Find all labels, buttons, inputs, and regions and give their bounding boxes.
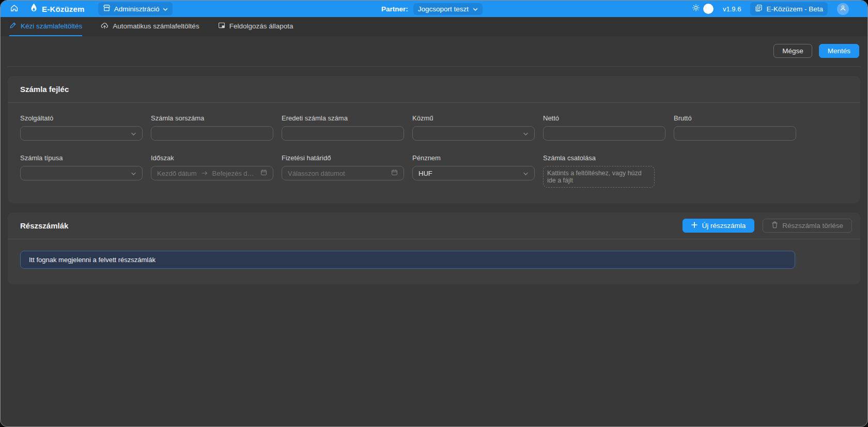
chevron-down-icon [163,5,168,13]
app-window: E-Közüzem Adminisztráció Partner: Jogcso… [0,0,868,427]
subinvoices-card: Részszámlák Új részszámla Részszámla tör… [8,212,860,284]
invoice-number-input[interactable] [157,130,267,138]
utility-label: Közmű [412,114,535,122]
period-end-placeholder: Befejezés dátu... [212,170,256,177]
provider-select[interactable] [20,126,143,141]
partner-dropdown[interactable]: Jogcsoport teszt [413,3,483,15]
documents-icon [755,4,763,13]
theme-toggle[interactable] [692,4,714,14]
app-header: E-Közüzem Adminisztráció Partner: Jogcso… [1,1,867,17]
original-invoice-number-field [282,126,404,141]
tab-label: Kézi számlafeltöltés [21,22,82,30]
gross-label: Bruttó [674,114,796,122]
utility-select[interactable] [412,126,535,141]
field-invoice-number: Számla sorszáma [151,114,273,141]
field-period: Időszak Kezdő dátum Befejezés dátu... [151,154,273,188]
calendar-icon [260,169,267,177]
field-original-invoice-number: Eredeti számla száma [282,114,404,141]
theme-toggle-knob[interactable] [703,4,714,14]
field-due-date: Fizetési határidő Válasszon dátumot [282,154,404,188]
net-input[interactable] [549,130,659,138]
form-actions: Mégse Mentés [8,36,860,67]
attachment-placeholder: Kattints a feltöltéshez, vagy húzd ide a… [547,170,650,184]
net-label: Nettó [543,114,665,122]
field-provider: Szolgáltató [20,114,143,141]
gross-field [674,126,796,141]
version-label: v1.9.6 [723,5,741,13]
environment-switcher[interactable]: E-Közüzem - Beta [750,2,828,16]
plus-icon [691,222,698,230]
invoice-type-select[interactable] [20,166,143,180]
add-subinvoice-label: Új részszámla [702,222,746,230]
invoice-header-card: Számla fejléc Szolgáltató Számla sorszám… [8,76,860,203]
invoice-header-card-title: Számla fejléc [8,76,860,103]
sun-icon [692,4,700,13]
invoice-header-form: Szolgáltató Számla sorszáma Ere [8,103,860,203]
invoice-number-label: Számla sorszáma [151,114,273,122]
attachment-dropzone[interactable]: Kattints a feltöltéshez, vagy húzd ide a… [543,166,655,188]
currency-label: Pénznem [412,154,535,162]
trash-icon [771,221,778,230]
delete-subinvoice-label: Részszámla törlése [782,222,843,230]
user-avatar[interactable] [837,3,849,15]
original-invoice-number-label: Eredeti számla száma [282,114,404,122]
field-net: Nettó [543,114,665,141]
net-field [543,126,665,141]
original-invoice-number-input[interactable] [288,130,398,138]
chevron-down-icon [131,130,136,138]
user-icon [840,4,846,13]
due-date-placeholder: Válasszon dátumot [288,170,345,177]
chevron-down-icon [473,5,478,13]
delete-subinvoice-button[interactable]: Részszámla törlése [763,219,852,233]
field-utility: Közmű [412,114,535,141]
subinvoices-body: Itt fognak megjelenni a felvett részszám… [8,239,860,284]
chevron-down-icon [131,170,136,177]
add-subinvoice-button[interactable]: Új részszámla [683,219,754,233]
save-button[interactable]: Mentés [819,44,859,58]
environment-label: E-Közüzem - Beta [766,5,823,13]
home-button[interactable] [8,3,20,15]
chevron-down-icon [523,130,529,138]
period-label: Időszak [151,154,273,162]
subinvoices-card-header: Részszámlák Új részszámla Részszámla tör… [8,212,860,239]
subinvoices-empty-alert: Itt fognak megjelenni a felvett részszám… [20,251,795,269]
tab-processing-status[interactable]: Feldolgozás állapota [218,17,293,36]
header-left: E-Közüzem Adminisztráció [8,2,173,16]
calendar-icon [391,169,398,177]
home-icon [10,4,19,14]
currency-select-value: HUF [419,170,432,177]
subinvoices-actions: Új részszámla Részszámla törlése [683,219,852,233]
pen-icon [9,22,17,30]
cancel-button[interactable]: Mégse [773,44,812,58]
administration-icon [103,4,111,13]
field-currency: Pénznem HUF [412,154,535,188]
processing-status-icon [218,22,225,30]
provider-label: Szolgáltató [20,114,143,122]
subinvoices-card-title: Részszámlák [20,221,68,230]
field-invoice-type: Számla típusa [20,154,143,188]
currency-select[interactable]: HUF [412,166,535,180]
period-range-picker[interactable]: Kezdő dátum Befejezés dátu... [151,166,273,180]
tab-label: Automatikus számlafeltöltés [113,22,199,30]
attachment-label: Számla csatolása [543,154,665,162]
administration-label: Adminisztráció [114,5,160,13]
partner-label: Partner: [381,5,408,13]
period-start-placeholder: Kezdő dátum [157,170,197,177]
brand-name: E-Közüzem [42,5,85,13]
tab-automatic-invoice-upload[interactable]: Automatikus számlafeltöltés [101,17,199,36]
field-gross: Bruttó [674,114,796,141]
gross-input[interactable] [680,130,790,138]
range-arrow-icon [202,170,208,177]
cloud-upload-icon [101,22,109,31]
invoice-number-field [151,126,273,141]
partner-selector: Partner: Jogcsoport teszt [381,3,483,15]
chevron-down-icon [523,170,529,177]
tab-manual-invoice-upload[interactable]: Kézi számlafeltöltés [9,17,82,36]
brand: E-Közüzem [29,3,85,15]
menu-item-administration[interactable]: Adminisztráció [98,2,173,16]
due-date-picker[interactable]: Válasszon dátumot [282,166,404,180]
tab-label: Feldolgozás állapota [229,22,293,30]
header-right: v1.9.6 E-Közüzem - Beta [692,2,849,16]
field-attachment: Számla csatolása Kattints a feltöltéshez… [543,154,665,188]
invoice-type-label: Számla típusa [20,154,143,162]
